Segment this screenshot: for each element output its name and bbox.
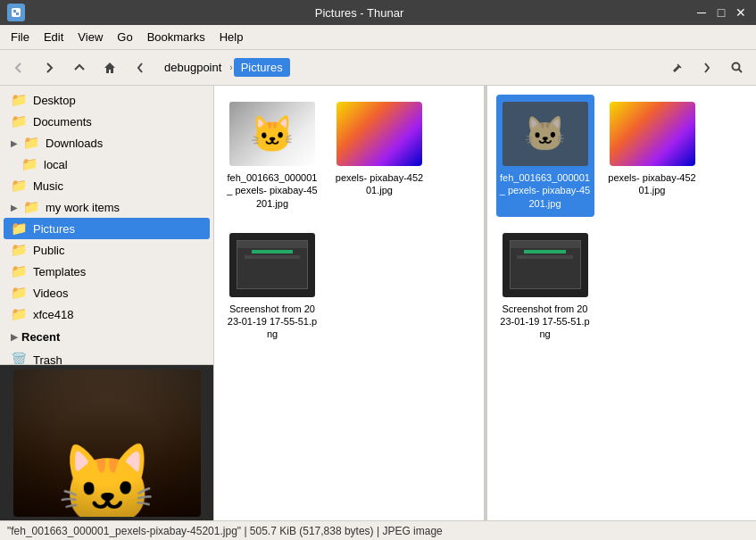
window-title: Pictures - Thunar <box>25 6 694 20</box>
up-button[interactable] <box>66 54 93 81</box>
sidebar-item-documents[interactable]: 📁 Documents <box>4 111 210 132</box>
prev-location-button[interactable] <box>127 54 154 81</box>
menu-view[interactable]: View <box>71 27 110 47</box>
maximize-button[interactable]: □ <box>713 4 729 21</box>
sidebar-label-documents: Documents <box>33 115 92 129</box>
left-file-pane: 🐱 feh_001663_000001_ pexels- pixabay-452… <box>214 86 484 520</box>
svg-marker-3 <box>104 62 115 73</box>
file-item-1[interactable]: 🐱 feh_001663_000001_ pexels- pixabay-452… <box>223 95 321 217</box>
file-label-2: pexels- pixabay-45201.jpg <box>334 171 425 197</box>
sidebar-item-desktop[interactable]: 📁 Desktop <box>4 89 210 111</box>
app-icon <box>7 4 25 21</box>
file-item-5[interactable]: pexels- pixabay-45201.jpg <box>603 95 702 217</box>
file-item-3[interactable]: Screenshot from 2023-01-19 17-55-51.png <box>223 226 321 348</box>
folder-icon: 📁 <box>11 113 28 129</box>
address-separator: › <box>229 62 232 72</box>
file-item-4[interactable]: 🐱 feh_001663_000001_ pexels- pixabay-452… <box>496 95 594 217</box>
screenshot-bar-2 <box>511 241 580 248</box>
search-button[interactable] <box>724 54 751 81</box>
svg-line-6 <box>739 69 743 72</box>
folder-icon: 📁 <box>23 199 40 215</box>
sidebar-item-videos[interactable]: 📁 Videos <box>4 282 210 303</box>
menu-bookmarks[interactable]: Bookmarks <box>140 27 212 47</box>
sidebar-label-xfce418: xfce418 <box>33 308 74 321</box>
screenshot-bar <box>237 241 307 248</box>
screenshot-line4 <box>517 255 572 259</box>
address-current[interactable]: Pictures <box>234 58 290 77</box>
folder-icon: 📁 <box>21 156 38 172</box>
file-thumb-1: 🐱 <box>229 102 315 166</box>
expand-arrow-myworkitems: ▶ <box>11 203 18 212</box>
preview-image: 🐱 <box>13 370 201 517</box>
trash-icon: 🗑️ <box>11 352 28 364</box>
screenshot-mock <box>237 240 308 289</box>
svg-point-5 <box>733 62 740 70</box>
file-thumb-4: 🐱 <box>503 102 588 166</box>
sidebar-label-recent: Recent <box>21 330 60 344</box>
status-text: "feh_001663_000001_pexels-pixabay-45201.… <box>7 525 443 537</box>
sidebar-item-trash[interactable]: 🗑️ Trash <box>4 349 210 364</box>
file-thumb-2 <box>336 102 422 166</box>
menu-edit[interactable]: Edit <box>37 27 71 47</box>
file-label-6: Screenshot from 2023-01-19 17-55-51.png <box>500 303 591 341</box>
file-label-1: feh_001663_000001_ pexels- pixabay-45201… <box>227 171 318 210</box>
folder-icon: 📁 <box>11 178 28 194</box>
screenshot-mock-2 <box>510 240 581 289</box>
file-thumb-5 <box>610 102 695 166</box>
sidebar-label-public: Public <box>33 244 64 257</box>
folder-icon: 📁 <box>11 285 28 301</box>
expand-arrow-downloads: ▶ <box>11 138 18 148</box>
edit-location-button[interactable] <box>665 55 690 80</box>
file-label-3: Screenshot from 2023-01-19 17-55-51.png <box>227 303 318 341</box>
sidebar-label-pictures: Pictures <box>33 222 75 236</box>
screenshot-line2 <box>245 255 300 259</box>
preview-vignette <box>13 370 201 517</box>
file-label-5: pexels- pixabay-45201.jpg <box>607 171 698 197</box>
menu-file[interactable]: File <box>4 27 37 47</box>
file-label-4: feh_001663_000001_ pexels- pixabay-45201… <box>500 171 591 210</box>
address-bar: debugpoint › Pictures <box>157 55 661 80</box>
home-button[interactable] <box>96 54 123 81</box>
sidebar-item-public[interactable]: 📁 Public <box>4 239 210 261</box>
folder-icon: 📁 <box>11 306 28 322</box>
sidebar-item-local[interactable]: 📁 local <box>4 154 210 175</box>
sidebar-section-recent[interactable]: ▶ Recent <box>4 327 210 347</box>
right-file-pane: 🐱 feh_001663_000001_ pexels- pixabay-452… <box>487 86 757 520</box>
folder-icon: 📁 <box>11 220 28 237</box>
menu-help[interactable]: Help <box>212 27 251 47</box>
folder-icon: 📁 <box>11 263 28 279</box>
sidebar-item-xfce418[interactable]: 📁 xfce418 <box>4 303 210 325</box>
sidebar-label-local: local <box>44 158 68 171</box>
minimize-button[interactable]: ─ <box>694 4 710 21</box>
close-button[interactable]: ✕ <box>733 4 749 21</box>
file-area: 🐱 feh_001663_000001_ pexels- pixabay-452… <box>214 86 756 520</box>
sidebar-item-templates[interactable]: 📁 Templates <box>4 261 210 282</box>
file-item-6[interactable]: Screenshot from 2023-01-19 17-55-51.png <box>496 226 594 348</box>
file-thumb-3 <box>229 233 315 297</box>
thumb-cat-4: 🐱 <box>503 102 588 166</box>
back-button[interactable] <box>5 54 32 81</box>
sidebar-item-downloads[interactable]: ▶ 📁 Downloads <box>4 132 210 154</box>
svg-rect-1 <box>13 10 16 12</box>
file-thumb-6 <box>503 233 588 297</box>
address-parent[interactable]: debugpoint <box>157 58 228 77</box>
titlebar: Pictures - Thunar ─ □ ✕ <box>0 0 756 25</box>
sidebar-item-myworkitems[interactable]: ▶ 📁 my work items <box>4 196 210 218</box>
svg-rect-2 <box>16 12 19 15</box>
forward-button[interactable] <box>36 54 62 81</box>
right-file-grid: 🐱 feh_001663_000001_ pexels- pixabay-452… <box>496 95 748 348</box>
file-item-2[interactable]: pexels- pixabay-45201.jpg <box>330 95 428 217</box>
preview-image-container: 🐱 <box>13 370 201 517</box>
left-file-grid: 🐱 feh_001663_000001_ pexels- pixabay-452… <box>223 95 475 348</box>
sidebar-item-pictures[interactable]: 📁 Pictures <box>4 218 210 239</box>
sidebar-preview: 🐱 <box>0 364 213 520</box>
menu-go[interactable]: Go <box>110 27 139 47</box>
toolbar: debugpoint › Pictures <box>0 50 756 86</box>
screenshot-line3 <box>524 250 566 253</box>
next-location-button[interactable] <box>694 54 720 81</box>
statusbar: "feh_001663_000001_pexels-pixabay-45201.… <box>0 520 756 540</box>
sidebar-label-desktop: Desktop <box>33 94 76 107</box>
sidebar-label-videos: Videos <box>33 287 69 300</box>
sidebar-item-music[interactable]: 📁 Music <box>4 175 210 196</box>
window-controls: ─ □ ✕ <box>694 4 749 21</box>
